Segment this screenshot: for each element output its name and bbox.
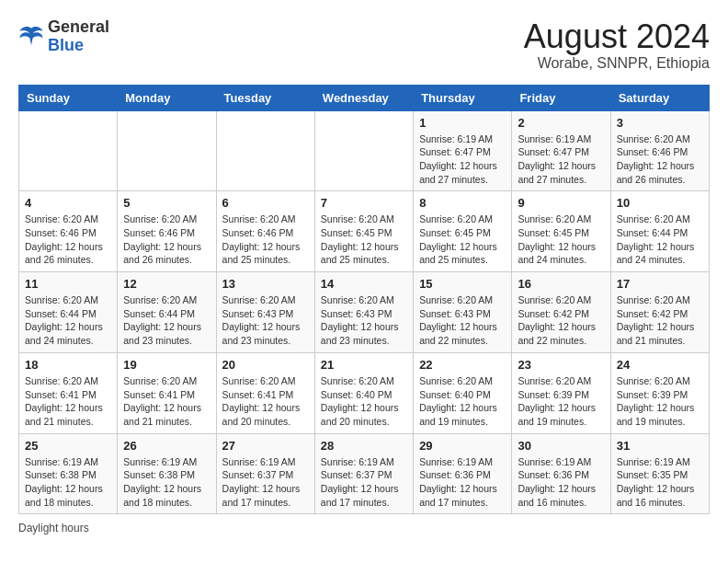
day-info: Sunrise: 6:19 AM Sunset: 6:38 PM Dayligh… (123, 455, 210, 510)
day-info: Sunrise: 6:19 AM Sunset: 6:37 PM Dayligh… (321, 455, 407, 510)
day-info: Sunrise: 6:20 AM Sunset: 6:41 PM Dayligh… (123, 374, 210, 429)
calendar-day-10: 10Sunrise: 6:20 AM Sunset: 6:44 PM Dayli… (610, 191, 709, 272)
day-number: 6 (222, 196, 309, 210)
calendar-day-28: 28Sunrise: 6:19 AM Sunset: 6:37 PM Dayli… (314, 433, 413, 514)
calendar-empty-cell (314, 110, 413, 191)
day-info: Sunrise: 6:19 AM Sunset: 6:38 PM Dayligh… (25, 455, 111, 510)
weekday-header-thursday: Thursday (414, 85, 512, 110)
day-info: Sunrise: 6:20 AM Sunset: 6:43 PM Dayligh… (419, 293, 506, 348)
title-area: August 2024 Worabe, SNNPR, Ethiopia (524, 18, 710, 72)
calendar-day-26: 26Sunrise: 6:19 AM Sunset: 6:38 PM Dayli… (118, 433, 216, 514)
calendar-day-19: 19Sunrise: 6:20 AM Sunset: 6:41 PM Dayli… (118, 352, 216, 433)
day-info: Sunrise: 6:20 AM Sunset: 6:40 PM Dayligh… (419, 374, 506, 429)
weekday-header-row: SundayMondayTuesdayWednesdayThursdayFrid… (19, 85, 710, 110)
day-number: 14 (321, 277, 407, 291)
calendar-day-29: 29Sunrise: 6:19 AM Sunset: 6:36 PM Dayli… (414, 433, 512, 514)
calendar-day-16: 16Sunrise: 6:20 AM Sunset: 6:42 PM Dayli… (512, 272, 610, 353)
calendar-day-24: 24Sunrise: 6:20 AM Sunset: 6:39 PM Dayli… (610, 352, 709, 433)
calendar-day-1: 1Sunrise: 6:19 AM Sunset: 6:47 PM Daylig… (414, 110, 512, 191)
calendar-day-23: 23Sunrise: 6:20 AM Sunset: 6:39 PM Dayli… (512, 352, 610, 433)
day-number: 13 (222, 277, 309, 291)
day-number: 9 (518, 196, 604, 210)
day-number: 17 (617, 277, 703, 291)
calendar-day-4: 4Sunrise: 6:20 AM Sunset: 6:46 PM Daylig… (19, 191, 118, 272)
day-info: Sunrise: 6:20 AM Sunset: 6:41 PM Dayligh… (25, 374, 111, 429)
calendar-day-2: 2Sunrise: 6:19 AM Sunset: 6:47 PM Daylig… (512, 110, 610, 191)
calendar-day-6: 6Sunrise: 6:20 AM Sunset: 6:46 PM Daylig… (216, 191, 314, 272)
day-info: Sunrise: 6:20 AM Sunset: 6:39 PM Dayligh… (617, 374, 703, 429)
calendar-day-27: 27Sunrise: 6:19 AM Sunset: 6:37 PM Dayli… (216, 433, 314, 514)
page-container: General Blue August 2024 Worabe, SNNPR, … (0, 0, 728, 548)
day-number: 18 (25, 358, 111, 372)
calendar-day-21: 21Sunrise: 6:20 AM Sunset: 6:40 PM Dayli… (314, 352, 413, 433)
weekday-header-sunday: Sunday (19, 85, 118, 110)
day-info: Sunrise: 6:20 AM Sunset: 6:41 PM Dayligh… (222, 374, 309, 429)
calendar-day-25: 25Sunrise: 6:19 AM Sunset: 6:38 PM Dayli… (19, 433, 118, 514)
day-info: Sunrise: 6:20 AM Sunset: 6:46 PM Dayligh… (25, 213, 111, 267)
logo-icon (18, 24, 44, 50)
day-number: 10 (617, 196, 703, 210)
calendar-day-3: 3Sunrise: 6:20 AM Sunset: 6:46 PM Daylig… (610, 110, 709, 191)
location-title: Worabe, SNNPR, Ethiopia (524, 55, 710, 72)
day-number: 4 (25, 196, 111, 210)
day-number: 8 (419, 196, 506, 210)
day-info: Sunrise: 6:20 AM Sunset: 6:39 PM Dayligh… (518, 374, 604, 429)
day-info: Sunrise: 6:19 AM Sunset: 6:35 PM Dayligh… (617, 455, 703, 510)
day-number: 2 (518, 116, 604, 130)
day-number: 11 (25, 277, 111, 291)
day-number: 16 (518, 277, 604, 291)
day-number: 25 (25, 439, 111, 453)
day-info: Sunrise: 6:20 AM Sunset: 6:45 PM Dayligh… (321, 213, 407, 267)
day-info: Sunrise: 6:20 AM Sunset: 6:44 PM Dayligh… (123, 293, 210, 348)
calendar-day-9: 9Sunrise: 6:20 AM Sunset: 6:45 PM Daylig… (512, 191, 610, 272)
day-info: Sunrise: 6:20 AM Sunset: 6:43 PM Dayligh… (321, 293, 407, 348)
day-info: Sunrise: 6:19 AM Sunset: 6:36 PM Dayligh… (518, 455, 604, 510)
calendar-day-8: 8Sunrise: 6:20 AM Sunset: 6:45 PM Daylig… (414, 191, 512, 272)
header-area: General Blue August 2024 Worabe, SNNPR, … (18, 18, 710, 72)
calendar-week-row: 1Sunrise: 6:19 AM Sunset: 6:47 PM Daylig… (19, 110, 710, 191)
weekday-header-friday: Friday (512, 85, 610, 110)
calendar-week-row: 11Sunrise: 6:20 AM Sunset: 6:44 PM Dayli… (19, 272, 710, 353)
day-info: Sunrise: 6:20 AM Sunset: 6:42 PM Dayligh… (518, 293, 604, 348)
calendar-week-row: 4Sunrise: 6:20 AM Sunset: 6:46 PM Daylig… (19, 191, 710, 272)
day-info: Sunrise: 6:20 AM Sunset: 6:42 PM Dayligh… (617, 293, 703, 348)
calendar-day-15: 15Sunrise: 6:20 AM Sunset: 6:43 PM Dayli… (414, 272, 512, 353)
day-number: 5 (123, 196, 210, 210)
calendar-day-20: 20Sunrise: 6:20 AM Sunset: 6:41 PM Dayli… (216, 352, 314, 433)
day-number: 1 (419, 116, 506, 130)
calendar-week-row: 25Sunrise: 6:19 AM Sunset: 6:38 PM Dayli… (19, 433, 710, 514)
day-number: 26 (123, 439, 210, 453)
calendar-table: SundayMondayTuesdayWednesdayThursdayFrid… (18, 85, 710, 515)
calendar-day-11: 11Sunrise: 6:20 AM Sunset: 6:44 PM Dayli… (19, 272, 118, 353)
day-number: 23 (518, 358, 604, 372)
weekday-header-wednesday: Wednesday (314, 85, 413, 110)
day-info: Sunrise: 6:20 AM Sunset: 6:40 PM Dayligh… (321, 374, 407, 429)
calendar-empty-cell (118, 110, 216, 191)
calendar-day-30: 30Sunrise: 6:19 AM Sunset: 6:36 PM Dayli… (512, 433, 610, 514)
daylight-label: Daylight hours (18, 522, 89, 534)
logo-general-text: General (48, 18, 109, 37)
day-info: Sunrise: 6:19 AM Sunset: 6:37 PM Dayligh… (222, 455, 309, 510)
calendar-day-17: 17Sunrise: 6:20 AM Sunset: 6:42 PM Dayli… (610, 272, 709, 353)
day-info: Sunrise: 6:20 AM Sunset: 6:46 PM Dayligh… (123, 213, 210, 267)
day-info: Sunrise: 6:19 AM Sunset: 6:47 PM Dayligh… (518, 132, 604, 187)
calendar-day-22: 22Sunrise: 6:20 AM Sunset: 6:40 PM Dayli… (414, 352, 512, 433)
calendar-day-18: 18Sunrise: 6:20 AM Sunset: 6:41 PM Dayli… (19, 352, 118, 433)
calendar-empty-cell (19, 110, 118, 191)
day-info: Sunrise: 6:19 AM Sunset: 6:47 PM Dayligh… (419, 132, 506, 187)
day-number: 19 (123, 358, 210, 372)
day-number: 20 (222, 358, 309, 372)
footer-note: Daylight hours (18, 522, 710, 534)
calendar-week-row: 18Sunrise: 6:20 AM Sunset: 6:41 PM Dayli… (19, 352, 710, 433)
day-number: 7 (321, 196, 407, 210)
calendar-day-13: 13Sunrise: 6:20 AM Sunset: 6:43 PM Dayli… (216, 272, 314, 353)
day-number: 29 (419, 439, 506, 453)
day-number: 12 (123, 277, 210, 291)
weekday-header-monday: Monday (118, 85, 216, 110)
day-number: 22 (419, 358, 506, 372)
calendar-day-7: 7Sunrise: 6:20 AM Sunset: 6:45 PM Daylig… (314, 191, 413, 272)
weekday-header-saturday: Saturday (610, 85, 709, 110)
month-title: August 2024 (524, 18, 710, 55)
day-info: Sunrise: 6:20 AM Sunset: 6:45 PM Dayligh… (419, 213, 506, 267)
day-info: Sunrise: 6:20 AM Sunset: 6:44 PM Dayligh… (617, 213, 703, 267)
